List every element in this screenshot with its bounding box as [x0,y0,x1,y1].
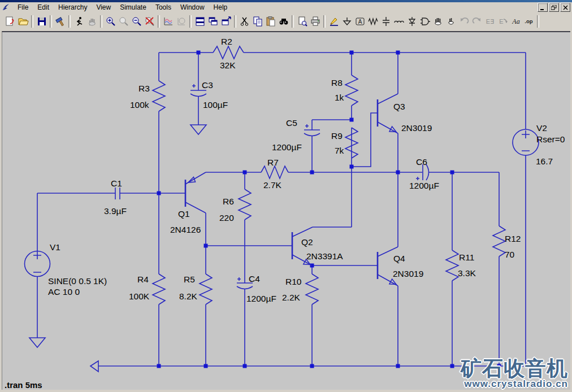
capacitor-C4[interactable]: C4 1200µF [237,274,276,303]
component-ref: R10 [285,277,302,286]
move-tool-button[interactable] [431,15,444,28]
halt-button[interactable] [85,15,98,28]
menu-file[interactable]: File [13,2,33,12]
capacitor-C5[interactable]: C5 1200µF [272,118,320,152]
component-ref: R3 [138,84,150,93]
component-tool-button[interactable] [418,15,431,28]
tile-windows-button[interactable] [193,15,206,28]
ground-tool-button[interactable] [340,15,353,28]
copy-button[interactable] [251,15,264,28]
component-value: 100k [130,100,149,110]
polarity-plus [416,177,419,180]
component-ref: C6 [416,157,427,167]
diode-tool-button[interactable] [405,15,418,28]
print-button[interactable] [309,15,322,28]
autorange-button[interactable] [162,15,175,28]
menu-view[interactable]: View [92,2,115,12]
cut-button[interactable] [238,15,251,28]
component-ref: Q2 [301,237,313,247]
toolbar-separator [50,15,52,28]
undo-button[interactable] [457,15,470,28]
component-value: 1200µF [246,294,276,303]
menu-edit[interactable]: Edit [33,2,54,12]
component-ref: R7 [267,158,279,167]
mirror-glyph: E∃ [486,18,493,25]
paste-button[interactable] [264,15,277,28]
net-label-tool-button[interactable]: A [353,15,366,28]
capacitor-C3[interactable]: C3 100µF [190,80,228,110]
capacitor-C6[interactable]: C6 1200µF [409,157,439,190]
label-glyph: A [358,19,362,25]
capacitor-tool-button[interactable] [379,15,392,28]
resistor-R6[interactable]: R6 220 [219,189,251,223]
polarity-plus [305,124,309,128]
rotate-button[interactable]: E [496,15,509,28]
resistor-R9[interactable]: R9 7k [331,128,358,158]
menu-bar: File Edit Hierarchy View Simulate Tools … [0,2,572,13]
resistor-R10[interactable]: R10 2.2K [282,274,318,304]
print-preview-button[interactable] [296,15,309,28]
component-value: 16.7 [536,156,553,166]
minimize-button[interactable] [538,3,548,12]
zoom-back-button[interactable] [117,15,130,28]
menu-window[interactable]: Window [176,2,209,12]
component-value: 70 [505,250,515,259]
text-tool-button[interactable]: Aa [509,15,522,28]
toolbar-separator [234,15,236,28]
zoom-out-button[interactable] [130,15,143,28]
transistor-Q3[interactable]: Q3 2N3019 [378,94,432,133]
resistor-R8[interactable]: R8 1k [331,75,358,106]
ground-symbol-V1 [29,338,45,347]
component-ref: C5 [286,118,297,128]
component-value: 7k [335,146,344,155]
redo-button[interactable] [470,15,483,28]
schematic-canvas[interactable]: R2 32K R3 100k C3 100µF C1 3.9µF [2,31,570,390]
component-ref: Q4 [393,254,405,263]
cascade-windows-button[interactable] [206,15,219,28]
capacitor-C1[interactable]: C1 3.9µF [104,178,127,216]
resistor-tool-button[interactable] [366,15,379,28]
control-panel-button[interactable] [54,15,67,28]
resistor-R11[interactable]: R11 3.3K [446,250,476,281]
resistor-R12[interactable]: R12 70 [493,226,521,259]
resistor-R3[interactable]: R3 100k [130,81,165,111]
inductor-tool-button[interactable] [392,15,405,28]
menu-tools[interactable]: Tools [151,2,176,12]
component-ref: R6 [223,197,234,206]
menu-help[interactable]: Help [209,2,232,12]
resistor-R4[interactable]: R4 100K [129,274,165,304]
new-schematic-button[interactable] [3,15,16,28]
component-value: 3.9µF [104,206,127,216]
ground-symbol-C3 [190,125,206,134]
zoom-in-button[interactable] [104,15,117,28]
run-button[interactable] [72,15,85,28]
restore-button[interactable] [549,3,559,12]
transistor-Q1[interactable]: Q1 2N4126 [170,172,206,234]
component-ref: R5 [184,275,195,284]
op-glyph: .op [525,18,533,24]
component-ref: Q3 [393,102,405,111]
arrange-windows-button[interactable] [219,15,232,28]
resistor-R5[interactable]: R5 8.2K [179,274,212,304]
resistor-R2[interactable]: R2 32K [213,37,244,70]
resistor-R7[interactable]: R7 2.7K [261,158,288,190]
plot-settings-button[interactable] [175,15,188,28]
transistor-Q4[interactable]: Q4 2N3019 [378,247,423,286]
menu-hierarchy[interactable]: Hierarchy [54,2,92,12]
find-button[interactable] [277,15,290,28]
menu-simulate[interactable]: Simulate [115,2,151,12]
mirror-button[interactable]: E∃ [483,15,496,28]
drag-tool-button[interactable] [444,15,457,28]
spice-directive-text[interactable]: .tran 5ms [5,380,42,390]
transistor-Q2[interactable]: Q2 2N3391A [292,227,343,265]
zoom-full-extents-button[interactable] [143,15,156,28]
open-file-button[interactable] [16,15,29,28]
npn-arrow [389,127,396,132]
save-button[interactable] [35,15,48,28]
wire-tool-button[interactable] [327,15,340,28]
spice-directive-button[interactable]: .op [522,15,535,28]
polarity-plus [237,277,241,281]
component-value: 2N3019 [401,123,432,133]
close-button[interactable] [560,3,570,12]
voltage-source-V2[interactable]: V2 Rser=0 16.7 [513,123,565,166]
